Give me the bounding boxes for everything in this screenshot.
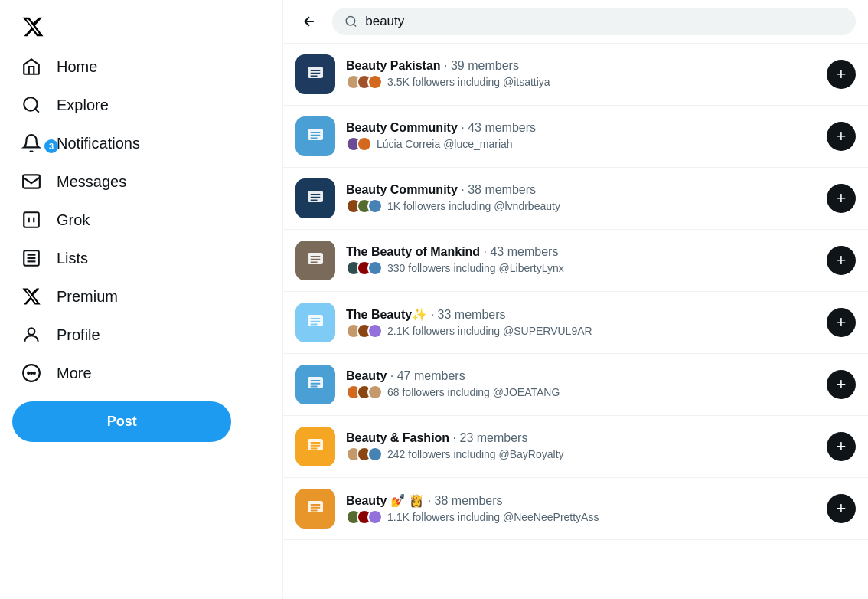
sidebar-label-lists: Lists [57,250,88,267]
sidebar-label-messages: Messages [57,173,126,191]
sidebar-label-premium: Premium [57,288,118,306]
community-followers: 1.1K followers including @NeeNeePrettyAs… [387,511,599,523]
svg-point-14 [34,372,35,374]
sidebar-item-premium[interactable]: Premium [12,277,270,316]
sidebar-label-grok: Grok [57,211,90,229]
home-icon [21,57,41,77]
sidebar-item-notifications[interactable]: 3 Notifications [12,124,270,162]
community-item[interactable]: Beauty Community · 38 members 1K followe… [283,168,868,230]
search-icon [21,95,41,115]
community-info: Beauty · 47 members 68 followers includi… [346,369,816,400]
add-community-button[interactable]: + [827,494,856,523]
sidebar-label-profile: Profile [57,326,100,344]
avatar [367,447,383,462]
avatar [367,198,383,214]
add-community-button[interactable]: + [827,308,856,337]
community-followers: 242 followers including @BayRoyalty [387,448,564,460]
community-followers: Lúcia Correia @luce_mariah [377,138,513,150]
community-name: Beauty Pakistan · 39 members [346,59,816,73]
community-meta: 2.1K followers including @SUPERVUL9AR [346,323,816,339]
community-followers: 68 followers including @JOEATANG [387,386,560,398]
community-icon [295,241,335,280]
community-item[interactable]: The Beauty of Mankind · 43 members 330 f… [283,230,868,292]
sidebar-item-explore[interactable]: Explore [12,86,270,124]
add-community-button[interactable]: + [827,246,856,275]
sidebar-item-messages[interactable]: Messages [12,162,270,201]
community-info: The Beauty of Mankind · 43 members 330 f… [346,245,816,276]
community-info: Beauty Community · 38 members 1K followe… [346,183,816,214]
svg-line-16 [354,24,356,26]
community-item[interactable]: Beauty Community · 43 members Lúcia Corr… [283,106,868,168]
sidebar-label-home: Home [57,58,97,76]
add-community-button[interactable]: + [827,184,856,213]
back-button[interactable] [295,8,323,35]
svg-point-13 [31,372,32,374]
community-icon [295,365,335,404]
search-input-icon [344,15,357,28]
person-icon [21,325,41,345]
community-meta: 1K followers including @lvndrbeauty [346,198,816,214]
community-item[interactable]: The Beauty✨ · 33 members 2.1K followers … [283,292,868,354]
community-followers: 1K followers including @lvndrbeauty [387,200,560,212]
post-button[interactable]: Post [12,401,231,442]
search-input[interactable] [365,14,844,29]
community-list: Beauty Pakistan · 39 members 3.5K follow… [283,44,868,599]
svg-rect-2 [23,175,40,188]
community-icon [295,427,335,466]
community-meta: 3.5K followers including @itsattiya [346,74,816,90]
community-name: Beauty · 47 members [346,369,816,383]
avatar [367,385,383,400]
community-info: Beauty 💅 👸 · 38 members 1.1K followers i… [346,493,816,525]
add-community-button[interactable]: + [827,60,856,89]
add-community-button[interactable]: + [827,370,856,399]
community-followers: 330 followers including @LibertyLynx [387,262,564,274]
sidebar-label-notifications: Notifications [57,135,140,152]
add-community-button[interactable]: + [827,122,856,151]
community-meta: 1.1K followers including @NeeNeePrettyAs… [346,509,816,525]
svg-rect-3 [24,212,39,227]
community-meta: 330 followers including @LibertyLynx [346,260,816,276]
community-item[interactable]: Beauty 💅 👸 · 38 members 1.1K followers i… [283,478,868,540]
sidebar-item-grok[interactable]: Grok [12,201,270,239]
community-name: Beauty 💅 👸 · 38 members [346,493,816,508]
sidebar-item-more[interactable]: More [12,354,270,392]
svg-line-1 [35,109,39,113]
community-item[interactable]: Beauty Pakistan · 39 members 3.5K follow… [283,44,868,106]
community-icon [295,178,335,218]
community-followers: 2.1K followers including @SUPERVUL9AR [387,325,592,337]
community-meta: Lúcia Correia @luce_mariah [346,136,816,152]
community-info: Beauty Pakistan · 39 members 3.5K follow… [346,59,816,90]
community-followers: 3.5K followers including @itsattiya [387,76,550,88]
notification-badge: 3 [44,139,58,153]
community-item[interactable]: Beauty · 47 members 68 followers includi… [283,354,868,416]
bell-icon: 3 [21,133,41,153]
svg-point-0 [24,97,37,110]
community-name: Beauty Community · 43 members [346,121,816,135]
logo[interactable] [12,6,270,44]
community-info: The Beauty✨ · 33 members 2.1K followers … [346,307,816,339]
sidebar: Home Explore 3 Notifications Messag [0,0,283,599]
community-info: Beauty & Fashion · 23 members 242 follow… [346,431,816,462]
add-community-button[interactable]: + [827,432,856,461]
avatar [357,136,372,152]
svg-point-15 [346,17,355,26]
premium-icon [21,286,41,306]
community-item[interactable]: Beauty & Fashion · 23 members 242 follow… [283,416,868,478]
sidebar-label-explore: Explore [57,97,109,114]
community-icon [295,303,335,342]
lists-icon [21,248,41,268]
avatar [367,323,383,339]
search-bar-container [283,0,868,44]
community-meta: 242 followers including @BayRoyalty [346,447,816,462]
search-input-wrap [332,8,856,35]
avatar [367,260,383,276]
sidebar-item-profile[interactable]: Profile [12,316,270,354]
sidebar-item-home[interactable]: Home [12,47,270,86]
community-meta: 68 followers including @JOEATANG [346,385,816,400]
svg-point-12 [28,372,29,374]
community-name: The Beauty✨ · 33 members [346,307,816,322]
sidebar-item-lists[interactable]: Lists [12,239,270,277]
community-icon [295,116,335,156]
community-info: Beauty Community · 43 members Lúcia Corr… [346,121,816,152]
avatar [367,74,383,90]
